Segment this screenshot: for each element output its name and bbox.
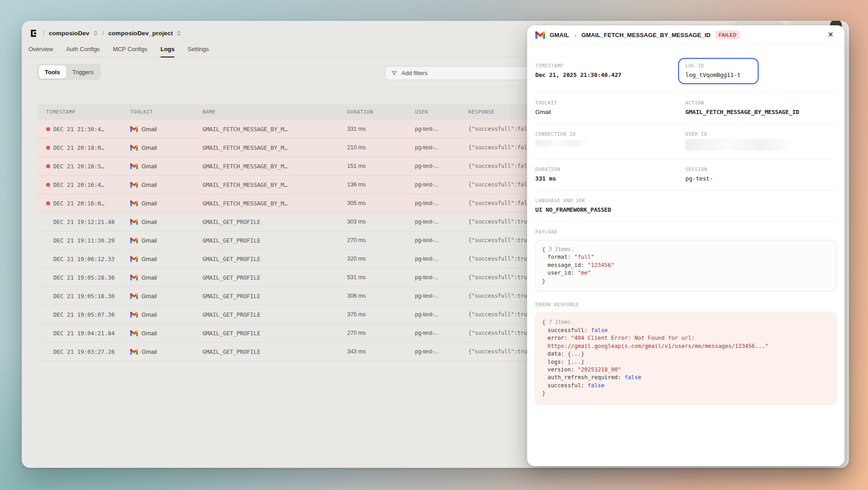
panel-body: TIMESTAMP Dec 21, 2025 21:30:40.427 LOG … [527,45,844,404]
chevron-down-icon[interactable]: ⌄ [571,320,574,325]
row-toolkit-label: Gmail [142,181,157,188]
add-filters-input[interactable]: Add filters [385,66,543,80]
status-badge: FAILED [715,30,741,39]
filter-funnel-icon [391,70,397,76]
chevron-down-icon[interactable]: ⌄ [571,247,574,252]
composio-logo-icon[interactable] [28,28,39,38]
segment-tools[interactable]: Tools [38,65,66,79]
row-duration: 375 ms [347,311,415,318]
gmail-icon [130,219,138,225]
row-duration: 531 ms [347,274,415,281]
breadcrumb-separator: / [43,29,45,37]
row-duration: 270 ms [347,237,415,243]
row-timestamp: DEC 21 19:03:27.28 [53,348,130,355]
failed-dot-icon [46,201,50,205]
redacted-connection-id [535,140,587,147]
payload-json[interactable]: { 3 Items⌄ format: "full"message_id: "12… [535,240,836,292]
row-duration: 306 ms [347,293,415,299]
redacted-user-id [685,139,792,151]
row-timestamp: DEC 21 21:30:4… [53,126,130,133]
panel-toolkit-name: GMAIL [550,32,569,38]
row-toolkit: Gmail [130,293,203,300]
failed-dot-icon [46,127,50,131]
tab-mcp-configs[interactable]: MCP Configs [113,42,147,57]
row-toolkit-label: Gmail [142,274,157,281]
row-toolkit-label: Gmail [142,256,157,262]
tab-auth-configs[interactable]: Auth Configs [66,42,99,57]
row-user: pg-test-... [415,311,468,318]
json-lines: successfull: falseerror: "404 Client Err… [542,327,830,390]
column-timestamp: TIMESTAMP [46,109,130,115]
row-toolkit-label: Gmail [142,237,157,244]
error-response-section-label: ERROR RESPONSE [535,302,836,307]
row-user: pg-test-... [415,256,468,262]
row-action-name: GMAIL_GET_PROFILE [203,311,347,318]
error-response-json[interactable]: { 7 Items⌄ successfull: falseerror: "404… [535,313,836,404]
row-action-name: GMAIL_GET_PROFILE [203,330,347,337]
row-action-name: GMAIL_FETCH_MESSAGE_BY_M… [203,163,347,170]
row-timestamp: DEC 21 19:05:07.30 [53,311,130,318]
failed-dot-icon [46,146,50,150]
org-name: composioDev [49,30,90,37]
gmail-icon [130,126,138,132]
field-timestamp: TIMESTAMP Dec 21, 2025 21:30:40.427 [535,63,685,84]
field-label: TOOLKIT [535,100,685,105]
chevron-right-icon: › [574,31,576,39]
row-toolkit-label: Gmail [142,200,157,207]
row-duration: 303 ms [347,219,415,225]
gmail-icon [130,256,138,262]
row-timestamp: DEC 21 19:04:21.84 [53,330,130,337]
add-filters-label: Add filters [401,70,428,76]
status-dot-cell [46,164,53,168]
gmail-icon [130,293,138,299]
gmail-icon [130,312,138,318]
field-label: ACTION [685,100,836,105]
org-switcher[interactable]: composioDev [49,30,99,37]
row-timestamp: DEC 21 20:16:5… [53,163,130,170]
row-user: pg-test-... [415,219,468,225]
field-session: SESSION pg-test- [685,167,836,182]
row-duration: 343 ms [347,348,415,355]
row-toolkit-label: Gmail [142,163,157,170]
row-duration: 270 ms [347,330,415,336]
field-row: CONNECTION ID USER ID [535,131,836,159]
log-detail-panel: GMAIL › GMAIL_FETCH_MESSAGE_BY_MESSAGE_I… [527,25,844,466]
field-user-id: USER ID [685,131,836,151]
row-toolkit: Gmail [130,348,203,355]
row-duration: 136 ms [347,181,415,188]
close-icon[interactable]: ✕ [825,29,836,40]
field-value: 331 ms [535,175,685,182]
row-timestamp: DEC 21 19:11:30.29 [53,237,130,244]
row-user: pg-test-... [415,144,468,151]
gmail-icon [130,349,138,355]
field-row: TOOLKIT Gmail ACTION GMAIL_FETCH_MESSAGE… [535,100,836,124]
row-duration: 305 ms [347,200,415,206]
chevron-updown-icon [176,30,182,36]
row-action-name: GMAIL_GET_PROFILE [203,219,347,225]
row-action-name: GMAIL_GET_PROFILE [203,237,347,244]
tab-overview[interactable]: Overview [28,42,53,57]
tab-logs[interactable]: Logs [160,42,175,57]
field-connection-id: CONNECTION ID [535,131,685,151]
gmail-icon [130,200,138,206]
field-value: GMAIL_FETCH_MESSAGE_BY_MESSAGE_ID [685,109,836,115]
field-action: ACTION GMAIL_FETCH_MESSAGE_BY_MESSAGE_ID [685,100,836,115]
gmail-icon [130,238,138,243]
field-language-sdk: LANGUAGE AND SDK UI NO_FRAMEWORK_PASSED [535,198,836,213]
log-id-highlight-box[interactable]: LOG ID log_tVqomBgg11-t [678,58,759,84]
project-switcher[interactable]: composioDev_project [108,30,182,37]
tab-settings[interactable]: Settings [188,42,209,57]
failed-dot-icon [46,183,50,187]
row-toolkit: Gmail [130,237,203,244]
tools-triggers-toggle: Tools Triggers [37,64,101,80]
field-label: USER ID [685,131,836,137]
row-user: pg-test-... [415,348,468,355]
row-user: pg-test-... [415,181,468,188]
row-duration: 210 ms [347,144,415,151]
field-label: CONNECTION ID [535,131,685,137]
column-toolkit: TOOLKIT [130,109,203,115]
row-duration: 151 ms [347,163,415,169]
segment-triggers[interactable]: Triggers [66,65,99,79]
row-action-name: GMAIL_FETCH_MESSAGE_BY_M… [203,181,347,188]
row-toolkit-label: Gmail [142,293,157,300]
